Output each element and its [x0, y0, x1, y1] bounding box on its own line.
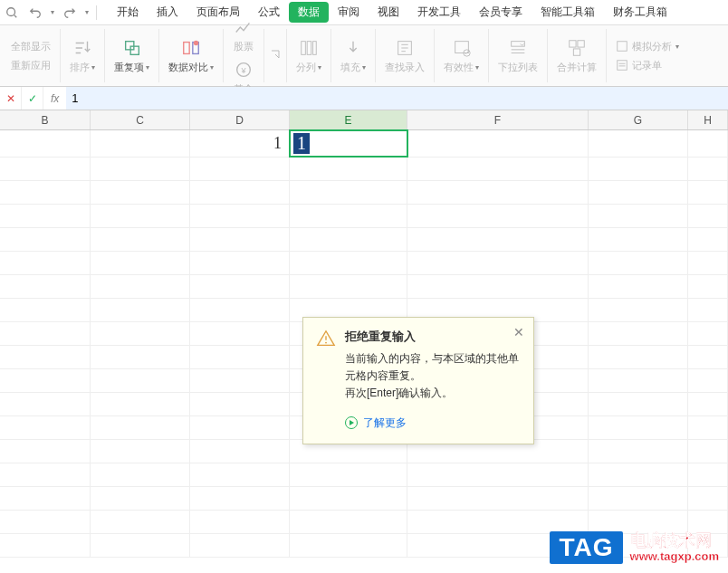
cell-d1[interactable]: 1 [190, 130, 290, 157]
column-headers: B C D E F G H [0, 110, 728, 130]
cell-g1[interactable] [589, 130, 688, 157]
svg-point-6 [194, 41, 199, 46]
close-icon[interactable]: ✕ [513, 325, 524, 339]
fx-label[interactable]: fx [43, 92, 66, 105]
dialog-launcher-icon[interactable] [270, 49, 281, 62]
tab-member[interactable]: 会员专享 [470, 1, 532, 24]
undo-icon[interactable] [27, 5, 43, 21]
cell-c1[interactable] [91, 130, 190, 157]
tooltip-body: 当前输入的内容，与本区域的其他单元格内容重复。 再次[Enter]确认输入。 [345, 350, 521, 403]
group-filter: 全部显示 重新应用 [2, 29, 61, 82]
tab-data[interactable]: 数据 [289, 2, 329, 23]
svg-text:¥: ¥ [240, 65, 246, 74]
svg-rect-16 [570, 41, 576, 47]
redo-dropdown[interactable]: ▾ [85, 8, 89, 16]
row-1: 1 1 [0, 130, 728, 158]
svg-rect-19 [618, 42, 627, 52]
reapply-button[interactable]: 重新应用 [7, 57, 54, 74]
fund-icon: ¥ [233, 59, 254, 81]
formula-input[interactable] [66, 87, 728, 110]
formula-cancel-button[interactable]: ✕ [0, 87, 22, 110]
cell-h1[interactable] [688, 130, 728, 157]
duplicate-warning-tooltip: ✕ 拒绝重复输入 当前输入的内容，与本区域的其他单元格内容重复。 再次[Ente… [302, 317, 534, 444]
col-header-c[interactable]: C [91, 110, 190, 129]
row-4 [0, 205, 728, 228]
cell-f1[interactable] [407, 130, 589, 157]
col-header-b[interactable]: B [0, 110, 91, 129]
cell-e1-editing[interactable]: 1 [290, 130, 407, 157]
tab-finance[interactable]: 财务工具箱 [604, 1, 676, 24]
group-data-compare: 数据对比▾ [159, 29, 224, 82]
group-find-input: 查找录入 [376, 29, 435, 82]
fill-icon [342, 37, 364, 59]
find-input-button[interactable]: 查找录入 [381, 35, 428, 76]
validity-button[interactable]: 有效性▾ [440, 35, 483, 76]
tooltip-title: 拒绝重复输入 [345, 329, 521, 345]
fill-button[interactable]: 填充▾ [337, 35, 369, 76]
svg-rect-4 [184, 43, 189, 54]
tooltip-line2: 再次[Enter]确认输入。 [345, 385, 521, 402]
tab-smartkit[interactable]: 智能工具箱 [532, 1, 604, 24]
sim-analysis-button[interactable]: 模拟分析▾ [612, 38, 683, 55]
watermark-cn: 电脑技术网 [630, 532, 719, 550]
ribbon: 全部显示 重新应用 排序▾ 重复项▾ 数据对比▾ [0, 25, 728, 87]
consolidate-button[interactable]: 合并计算 [553, 35, 600, 76]
watermark-text: 电脑技术网 www.tagxp.com [630, 532, 719, 563]
tab-devtools[interactable]: 开发工具 [408, 1, 470, 24]
group-consolidate: 合并计算 [548, 29, 607, 82]
redo-icon[interactable] [62, 5, 78, 21]
col-header-g[interactable]: G [589, 110, 688, 129]
spreadsheet-grid[interactable]: 1 1 ✕ 拒绝重复输入 当前输入的内容，与本区域的其他单元格内容重复。 再次[… [0, 130, 728, 558]
svg-rect-11 [313, 42, 317, 55]
svg-point-22 [325, 342, 327, 344]
row-3 [0, 181, 728, 205]
svg-rect-2 [125, 42, 133, 50]
search-icon[interactable] [4, 5, 20, 21]
tab-insert[interactable]: 插入 [148, 1, 187, 24]
duplicate-button[interactable]: 重复项▾ [110, 35, 153, 76]
tab-view[interactable]: 视图 [369, 1, 408, 24]
group-dialog [264, 29, 287, 82]
group-stocks: 股票 ¥ 基金 [224, 29, 264, 82]
tag-badge: TAG [550, 531, 622, 564]
row-15 [0, 463, 728, 487]
tooltip-line1: 当前输入的内容，与本区域的其他单元格内容重复。 [345, 350, 521, 385]
data-compare-button[interactable]: 数据对比▾ [165, 35, 217, 76]
tab-start[interactable]: 开始 [108, 1, 148, 24]
col-header-h[interactable]: H [688, 110, 728, 129]
cell-e1-value: 1 [293, 133, 310, 154]
col-header-d[interactable]: D [190, 110, 290, 129]
stock-button[interactable]: 股票 [229, 14, 258, 55]
col-header-f[interactable]: F [407, 110, 589, 129]
quick-access-and-tabs: ▾ ▾ 开始 插入 页面布局 公式 数据 审阅 视图 开发工具 会员专享 智能工… [0, 0, 728, 25]
group-sort: 排序▾ [61, 29, 105, 82]
menu-tabs: 开始 插入 页面布局 公式 数据 审阅 视图 开发工具 会员专享 智能工具箱 财… [104, 1, 676, 24]
compare-icon [180, 37, 202, 59]
stock-icon [233, 16, 254, 38]
sort-button[interactable]: 排序▾ [66, 35, 99, 76]
cell-b1[interactable] [0, 130, 91, 157]
svg-rect-10 [307, 42, 311, 55]
dropdown-list-icon [507, 37, 529, 59]
undo-dropdown[interactable]: ▾ [51, 8, 54, 16]
find-input-icon [394, 37, 416, 59]
svg-line-1 [14, 14, 17, 17]
formula-bar: ✕ ✓ fx [0, 87, 728, 110]
svg-rect-18 [573, 49, 580, 55]
dropdown-list-button[interactable]: 下拉列表 [494, 35, 541, 76]
row-6 [0, 252, 728, 275]
svg-rect-9 [302, 42, 306, 55]
formula-confirm-button[interactable]: ✓ [22, 87, 43, 110]
svg-rect-13 [455, 42, 468, 53]
learn-more-link[interactable]: 了解更多 [345, 415, 521, 431]
consolidate-icon [566, 37, 588, 59]
record-form-button[interactable]: 记录单 [612, 57, 683, 74]
split-button[interactable]: 分列▾ [292, 35, 325, 76]
svg-point-0 [7, 7, 15, 15]
col-header-e[interactable]: E [290, 110, 407, 129]
duplicate-icon [121, 37, 143, 59]
separator [96, 5, 97, 20]
tab-review[interactable]: 审阅 [329, 1, 369, 24]
validity-icon [451, 37, 473, 59]
show-all-button[interactable]: 全部显示 [7, 38, 54, 55]
